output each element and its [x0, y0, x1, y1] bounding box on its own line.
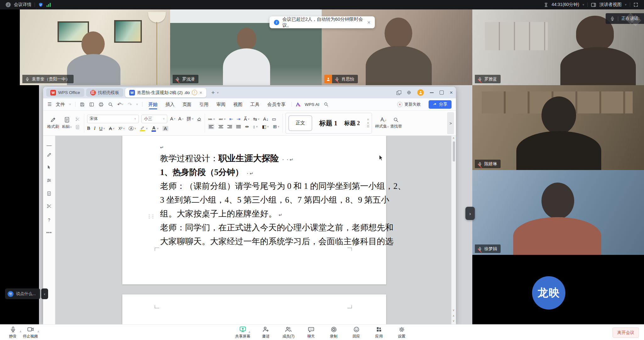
style-heading1[interactable]: 标题 1	[319, 119, 337, 128]
text-direction-button[interactable]: A⃗∨	[244, 117, 250, 122]
decrease-font-button[interactable]: A−	[178, 116, 184, 121]
meeting-details-button[interactable]: 会议详情	[14, 2, 31, 8]
video-tile-right-2[interactable]: 陈婧琳	[472, 85, 644, 170]
bold-button[interactable]: B	[87, 126, 90, 131]
tab-wps-home[interactable]: W WPS Office	[46, 88, 84, 97]
share-button[interactable]: 分享	[429, 100, 452, 109]
more-icon[interactable]: •••	[43, 230, 55, 235]
scroll-up-icon[interactable]: ∧	[452, 136, 455, 140]
char-shading-button[interactable]: A	[163, 126, 168, 131]
superscript-button[interactable]: X²∨	[119, 126, 125, 131]
menu-page[interactable]: 页面	[180, 98, 193, 110]
redo-button[interactable]: ↷	[128, 101, 132, 107]
tab-close-icon[interactable]: ×	[199, 90, 202, 95]
document-page-2[interactable]	[122, 294, 386, 324]
document-scrollbar[interactable]: ∧ ∨ ∧ ∨	[451, 136, 456, 324]
font-name-select[interactable]: 宋体∨	[87, 115, 139, 123]
scroll-down-icon[interactable]: ∨	[452, 309, 455, 312]
font-size-select[interactable]: 小三∨	[142, 115, 167, 123]
align-left-button[interactable]	[208, 124, 214, 129]
record-button[interactable]: 录制	[326, 326, 341, 339]
collapse-chat-button[interactable]: ‹	[41, 288, 48, 299]
expand-panel-button[interactable]: ›	[465, 207, 475, 220]
share-screen-button[interactable]: 共享屏幕	[235, 326, 250, 339]
fullscreen-button[interactable]	[633, 2, 638, 7]
highlight-color-button[interactable]: ∨	[140, 126, 148, 131]
distribute-button[interactable]: ⇹	[245, 124, 249, 129]
sort-button[interactable]: A↓	[263, 117, 269, 122]
video-tile-right-3[interactable]: 徐梦娟	[472, 170, 644, 255]
hamburger-icon[interactable]: ☰	[47, 101, 52, 107]
adjust-sliders-icon[interactable]	[43, 178, 55, 183]
style-normal[interactable]: 正文	[288, 115, 312, 131]
video-tile-1[interactable]: 袁章奎（贵阳一中）	[20, 9, 170, 85]
close-window-button[interactable]: ×	[450, 90, 453, 95]
paste-button[interactable]: 粘贴∨	[60, 117, 74, 129]
italic-button[interactable]: I	[94, 126, 96, 131]
menu-reference[interactable]: 引用	[197, 98, 210, 110]
members-button[interactable]: 成员(7)	[281, 326, 296, 339]
ui-mode-icon[interactable]	[397, 90, 401, 95]
new-tab-button[interactable]: +	[211, 89, 215, 96]
timer-dropdown-icon[interactable]: ∨	[582, 3, 585, 6]
panel-toggle-button[interactable]	[89, 102, 94, 107]
leave-meeting-button[interactable]: 离开会议	[613, 327, 639, 338]
font-color-button[interactable]: A∨	[152, 125, 159, 132]
select-cursor-icon[interactable]	[43, 165, 55, 170]
print-preview-button[interactable]	[108, 102, 113, 107]
toolbar-expand-button[interactable]: >	[447, 112, 454, 134]
find-replace-button[interactable]: 查找替	[389, 117, 403, 129]
video-tile-right-4[interactable]: 龙映	[472, 255, 644, 324]
view-dropdown-icon[interactable]: ∨	[625, 3, 627, 6]
invite-button[interactable]: 邀请	[258, 326, 273, 339]
menu-home[interactable]: 开始	[147, 98, 159, 110]
format-painter-button[interactable]: 格式刷	[46, 117, 60, 129]
annotate-pen-icon[interactable]	[43, 152, 55, 157]
ruler-button[interactable]: ▭	[272, 117, 276, 122]
styles-scroll-down-icon[interactable]: ∨	[367, 122, 369, 124]
save-button[interactable]	[80, 102, 85, 107]
document-map-icon[interactable]	[43, 191, 55, 196]
video-tile-right-1[interactable]: 正在讲话: 罗雅蓝	[472, 9, 644, 85]
share-options-icon[interactable]: ∧	[248, 331, 251, 334]
undo-button[interactable]: ↶∨	[117, 101, 124, 107]
styles-more-icon[interactable]: ☰	[367, 125, 369, 128]
search-icon[interactable]	[324, 102, 329, 107]
shading-button[interactable]: ◧∨	[262, 124, 269, 129]
settings-button[interactable]: 设置	[394, 326, 409, 339]
screenshot-scissors-icon[interactable]	[43, 204, 55, 209]
security-shield-icon[interactable]	[38, 2, 43, 8]
wps-ai-button[interactable]: WPS AI	[305, 102, 319, 107]
menu-member[interactable]: 会员专享	[265, 98, 287, 110]
page-up-icon[interactable]: ∧	[452, 314, 455, 317]
print-button[interactable]	[98, 102, 104, 107]
styles-scroll-up-icon[interactable]: ∧	[367, 118, 369, 121]
align-center-button[interactable]	[219, 124, 223, 129]
menu-tools[interactable]: 工具	[248, 98, 261, 110]
char-border-button[interactable]: A∨	[129, 126, 136, 131]
phonetic-guide-button[interactable]: 拼∨	[186, 116, 194, 122]
maximize-button[interactable]	[440, 90, 444, 95]
copy-button[interactable]	[75, 125, 80, 129]
justify-button[interactable]	[236, 124, 241, 129]
increase-font-button[interactable]: A+	[170, 116, 175, 121]
apps-button[interactable]: 应用	[372, 326, 386, 339]
border-button[interactable]: ⊞∨	[273, 124, 280, 129]
scrollbar-thumb[interactable]	[453, 141, 455, 162]
quick-chat-input[interactable]: 说点什么...	[5, 288, 40, 299]
numbered-list-button[interactable]: ≕∨	[219, 117, 226, 122]
react-button[interactable]: 回应	[349, 326, 364, 339]
collapse-icon[interactable]: —	[43, 143, 55, 148]
paragraph-drag-handle[interactable]: ⋮⋮	[147, 214, 154, 219]
menu-review[interactable]: 审阅	[214, 98, 227, 110]
increase-indent-button[interactable]: ⇥	[236, 117, 240, 122]
menu-insert[interactable]: 插入	[164, 98, 176, 110]
account-avatar[interactable]	[417, 89, 424, 96]
decrease-indent-button[interactable]: ⇤	[229, 117, 233, 122]
banner-close-icon[interactable]: ×	[367, 20, 370, 25]
page-down-icon[interactable]: ∨	[452, 319, 455, 322]
align-right-button[interactable]	[227, 124, 232, 129]
file-dropdown-icon[interactable]: ∨	[69, 103, 71, 106]
cjk-layout-button[interactable]: ⇆∨	[253, 117, 260, 122]
strikethrough-button[interactable]: A∨	[109, 126, 115, 131]
